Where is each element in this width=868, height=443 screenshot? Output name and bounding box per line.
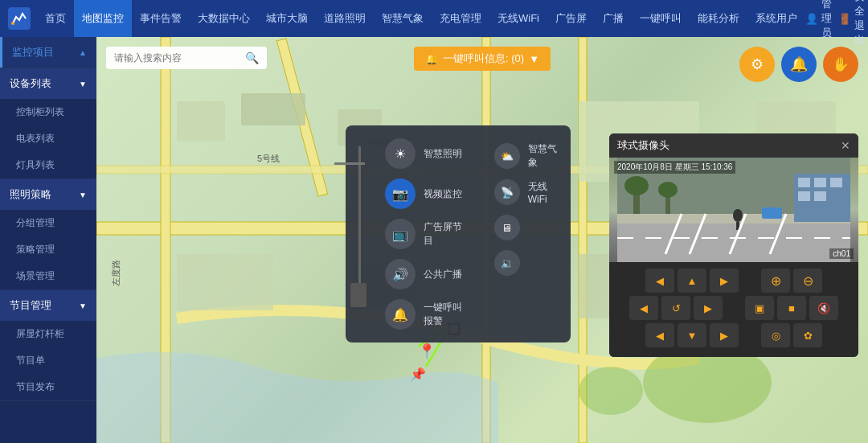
- nav-home[interactable]: 首页: [37, 0, 74, 37]
- camera-label: 视频监控: [424, 187, 470, 201]
- ctrl-down[interactable]: ▼: [678, 323, 706, 347]
- chevron-up-icon: ▲: [79, 48, 87, 57]
- pole-feature-adscreen: 📺 广告屏节目: [385, 219, 470, 249]
- pole-feature-alarm: 🔔 一键呼叫报警: [385, 299, 470, 330]
- sidebar-monitor-label: 监控项目: [12, 45, 54, 59]
- nav-system-user[interactable]: 系统用户: [747, 0, 805, 37]
- wifi-circle-btn[interactable]: 📡: [494, 179, 520, 205]
- nav-one-call[interactable]: 一键呼叫: [632, 0, 690, 37]
- camera-circle-btn[interactable]: 📷: [385, 178, 416, 209]
- svg-rect-8: [177, 101, 225, 142]
- nav-event-alert[interactable]: 事件告警: [132, 0, 190, 37]
- nav-road-lighting[interactable]: 道路照明: [316, 0, 374, 37]
- ctrl-layout[interactable]: ■: [777, 296, 806, 320]
- nav-wifi[interactable]: 无线WiFi: [489, 0, 547, 37]
- user-icon: 👤: [805, 13, 818, 25]
- search-icon[interactable]: 🔍: [245, 51, 259, 64]
- pole-features-left: ☀ 智慧照明 📷 视频监控 📺 广告屏节目 🔊 公共广播: [385, 138, 470, 330]
- sidebar-section-monitor: 监控项目 ▲: [0, 37, 96, 68]
- camera-video-feed: 2020年10月8日 星期三 15:10:36 ch01: [609, 158, 858, 262]
- alert-dropdown-icon: ▼: [529, 53, 539, 65]
- volume-circle-btn[interactable]: 🔉: [494, 250, 520, 276]
- chevron-down-icon-3: ▼: [79, 301, 87, 310]
- sidebar-item-group[interactable]: 分组管理: [0, 210, 96, 236]
- nav-city-brain[interactable]: 城市大脑: [258, 0, 316, 37]
- sidebar: 监控项目 ▲ 设备列表 ▼ 控制柜列表 电表列表 灯具列表 照明策略 ▼ 分组管…: [0, 37, 96, 443]
- nav-broadcast[interactable]: 广播: [595, 0, 632, 37]
- sidebar-header-program[interactable]: 节目管理 ▼: [0, 290, 96, 321]
- sidebar-item-playlist[interactable]: 节目单: [0, 347, 96, 374]
- settings-circle-btn[interactable]: ⚙: [739, 47, 775, 82]
- svg-rect-41: [762, 207, 782, 219]
- pole-feature-lighting: ☀ 智慧照明: [385, 138, 470, 169]
- ctrl-row-3: ◀ ▼ ▶ ◎ ✿: [616, 323, 852, 347]
- nav-exit[interactable]: 🚪 安全退出: [838, 0, 865, 47]
- broadcast-circle-btn[interactable]: 🔊: [385, 259, 416, 289]
- adscreen-label: 广告屏节目: [424, 220, 470, 248]
- ctrl-iris-open[interactable]: ◎: [761, 323, 790, 347]
- ctrl-rotate[interactable]: ↺: [661, 296, 690, 320]
- pole-popup: ☀ 智慧照明 📷 视频监控 📺 广告屏节目 🔊 公共广播: [346, 125, 571, 343]
- wifi-right-label: 无线WiFi: [528, 180, 558, 205]
- alarm-circle-btn[interactable]: 🔔: [385, 299, 416, 330]
- ctrl-right-1[interactable]: ▶: [710, 269, 739, 293]
- monitor-circle-btn[interactable]: 🖥: [494, 215, 520, 240]
- nav-items: 首页 地图监控 事件告警 大数据中心 城市大脑 道路照明 智慧气象 充电管理 无…: [37, 0, 805, 37]
- nav-energy[interactable]: 能耗分析: [690, 0, 747, 37]
- nav-user[interactable]: 👤 管理员: [805, 0, 832, 40]
- ctrl-right-3[interactable]: ▶: [710, 323, 739, 347]
- sidebar-item-meter[interactable]: 电表列表: [0, 125, 96, 152]
- ctrl-zoom-out[interactable]: ⊖: [793, 269, 822, 293]
- sidebar-item-control-cabinet[interactable]: 控制柜列表: [0, 99, 96, 125]
- ctrl-fullscreen[interactable]: ▣: [745, 296, 774, 320]
- nav-charging[interactable]: 充电管理: [432, 0, 489, 37]
- camera-timestamp: 2020年10月8日 星期三 15:10:36: [614, 161, 735, 174]
- sidebar-item-fixture[interactable]: 灯具列表: [0, 152, 96, 178]
- exit-label: 安全退出: [854, 0, 865, 47]
- ctrl-zoom-in[interactable]: ⊕: [761, 269, 790, 293]
- gesture-circle-btn[interactable]: ✋: [823, 47, 858, 82]
- svg-text:5号线: 5号线: [257, 154, 280, 163]
- alert-icon: 🔔: [425, 53, 438, 65]
- ctrl-left-3[interactable]: ◀: [645, 323, 674, 347]
- pole-feature-wifi: 📡 无线WiFi: [494, 179, 558, 205]
- lighting-circle-btn[interactable]: ☀: [385, 138, 416, 169]
- nav-ad-screen[interactable]: 广告屏: [547, 0, 595, 37]
- lighting-label: 智慧照明: [424, 147, 470, 161]
- svg-rect-35: [814, 178, 826, 187]
- camera-close-btn[interactable]: ✕: [841, 139, 850, 152]
- sidebar-item-strategy[interactable]: 策略管理: [0, 236, 96, 263]
- camera-video-frame: 2020年10月8日 星期三 15:10:36 ch01: [609, 158, 858, 262]
- weather-circle-btn[interactable]: ⛅: [494, 143, 520, 169]
- ctrl-left-1[interactable]: ◀: [645, 269, 674, 293]
- nav-big-data[interactable]: 大数据中心: [190, 0, 258, 37]
- pole-feature-monitor: 🖥: [494, 215, 558, 240]
- map-marker-3[interactable]: 📌: [410, 367, 426, 382]
- sidebar-header-monitor[interactable]: 监控项目 ▲: [0, 37, 96, 68]
- sidebar-item-scene[interactable]: 场景管理: [0, 263, 96, 289]
- search-input[interactable]: [114, 52, 240, 64]
- adscreen-circle-btn[interactable]: 📺: [385, 219, 416, 249]
- sidebar-item-publish[interactable]: 节目发布: [0, 374, 96, 400]
- nav-map-monitor[interactable]: 地图监控: [74, 0, 132, 37]
- sidebar-item-screen-pole[interactable]: 屏显灯杆柜: [0, 321, 96, 347]
- ctrl-right-2[interactable]: ▶: [694, 296, 723, 320]
- app-logo: [8, 4, 31, 33]
- sidebar-header-devices[interactable]: 设备列表 ▼: [0, 68, 96, 99]
- ctrl-mute[interactable]: 🔇: [809, 296, 838, 320]
- map-marker-1[interactable]: 📍: [418, 343, 436, 360]
- ctrl-up[interactable]: ▲: [678, 269, 706, 293]
- alert-circle-btn[interactable]: 🔔: [781, 47, 817, 82]
- svg-text:左度路: 左度路: [111, 260, 121, 286]
- map-top-right-controls: ⚙ 🔔 ✋: [739, 47, 858, 82]
- pole-feature-camera: 📷 视频监控: [385, 178, 470, 209]
- ctrl-left-2[interactable]: ◀: [629, 296, 658, 320]
- alert-label: 一键呼叫信息: (0): [443, 51, 524, 66]
- sidebar-strategy-label: 照明策略: [10, 187, 51, 202]
- sidebar-header-strategy[interactable]: 照明策略 ▼: [0, 179, 96, 210]
- svg-rect-9: [241, 93, 305, 125]
- map-area[interactable]: 左度路 5号线 一5号线(在建) 4号 🔍 🔔 一键呼叫信息: (0) ▼ ⚙ …: [96, 37, 868, 443]
- nav-smart-weather[interactable]: 智慧气象: [374, 0, 432, 37]
- ctrl-iris-close[interactable]: ✿: [793, 323, 822, 347]
- alert-banner[interactable]: 🔔 一键呼叫信息: (0) ▼: [414, 47, 551, 71]
